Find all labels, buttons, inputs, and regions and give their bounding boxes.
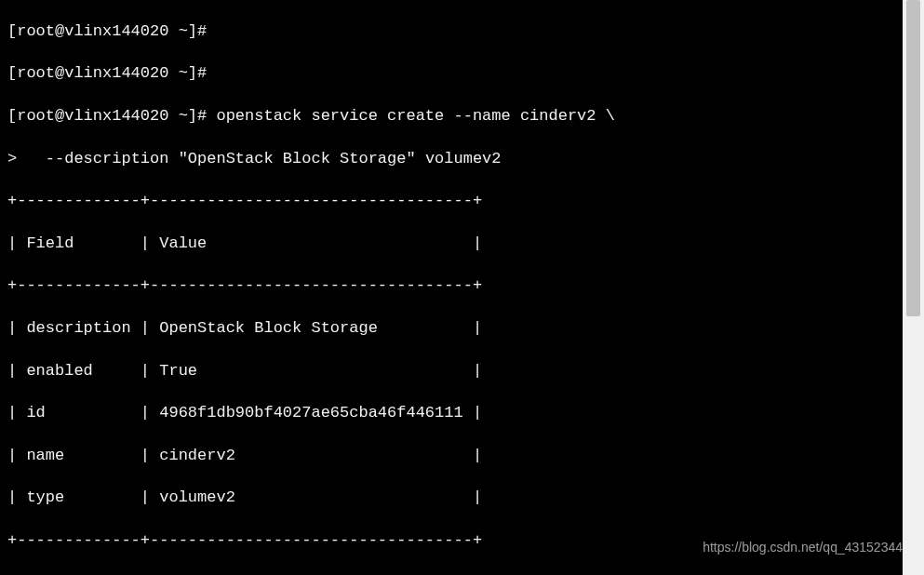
terminal-line: [root@vlinx144020 ~]# [7,21,895,43]
table-row: | description | OpenStack Block Storage … [7,318,895,340]
scrollbar-thumb[interactable] [906,0,920,316]
table-header: | Field | Value | [7,234,895,255]
terminal-line: [root@vlinx144020 ~]# openstack service … [7,106,895,127]
command-text: openstack service create --name cinderv2… [216,107,614,125]
shell-prompt: [root@vlinx144020 ~]# [7,107,216,125]
table-row: | id | 4968f1db90bf4027ae65cba46f446111 … [7,403,895,424]
terminal-line: [root@vlinx144020 ~]# [7,63,895,85]
table-border: +-------------+-------------------------… [7,275,895,297]
command-text: --description "OpenStack Block Storage" … [46,150,502,167]
table-row: | enabled | True | [7,361,895,382]
continuation-prompt: > [7,150,46,167]
terminal-line: > --description "OpenStack Block Storage… [7,149,895,170]
table-row: | name | cinderv2 | [7,446,895,467]
terminal-window[interactable]: [root@vlinx144020 ~]# [root@vlinx144020 … [0,0,903,575]
shell-prompt: [root@vlinx144020 ~]# [7,64,216,82]
table-row: | type | volumev2 | [7,488,895,509]
table-border: +-------------+-------------------------… [7,191,895,212]
watermark-text: https://blog.csdn.net/qq_43152344 [703,537,903,558]
scrollbar-track[interactable] [903,0,924,575]
shell-prompt: [root@vlinx144020 ~]# [7,22,216,40]
